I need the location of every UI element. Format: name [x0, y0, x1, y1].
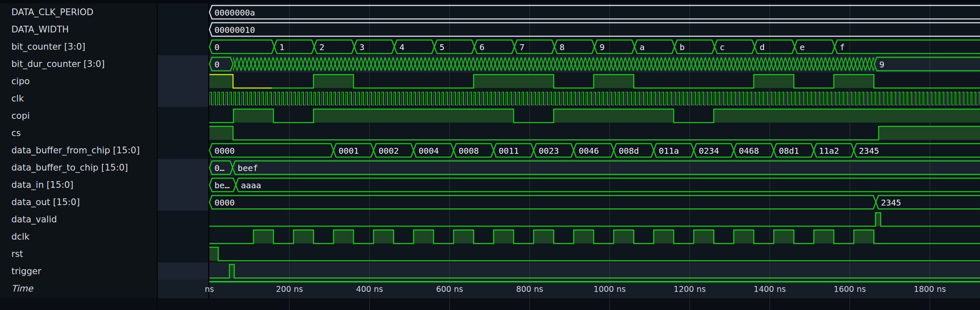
svg-text:0: 0 [214, 42, 220, 52]
svg-text:0002: 0002 [379, 146, 399, 156]
svg-text:0004: 0004 [419, 146, 439, 156]
svg-text:6: 6 [479, 42, 485, 52]
signal-name-cs[interactable]: cs [0, 124, 157, 142]
signal-name-data_valid[interactable]: data_valid [0, 211, 157, 228]
svg-text:7: 7 [519, 42, 525, 52]
value-column-highlight [158, 159, 209, 211]
svg-text:0: 0 [214, 59, 220, 69]
svg-text:0234: 0234 [699, 146, 719, 156]
signal-name-time[interactable]: Time [0, 280, 157, 297]
signal-name-trigger[interactable]: trigger [0, 262, 157, 280]
svg-text:0000: 0000 [214, 146, 235, 156]
svg-text:4: 4 [399, 42, 404, 52]
svg-text:2345: 2345 [859, 146, 879, 156]
signal-name-clk[interactable]: clk [0, 90, 157, 107]
svg-text:0001: 0001 [339, 146, 359, 156]
time-tick-label: ns [205, 284, 214, 294]
svg-text:a: a [640, 42, 645, 52]
svg-text:0011: 0011 [499, 146, 519, 156]
wave-cipo [209, 75, 980, 88]
svg-text:0…: 0… [214, 163, 225, 173]
svg-text:0000: 0000 [214, 198, 235, 208]
signal-name-copi[interactable]: copi [0, 107, 157, 124]
svg-text:08d1: 08d1 [779, 146, 799, 156]
svg-text:3: 3 [359, 42, 364, 52]
time-tick-label: 800 ns [516, 284, 543, 294]
svg-text:d: d [760, 42, 765, 52]
signal-name-rst[interactable]: rst [0, 245, 157, 262]
time-tick-label: 400 ns [356, 284, 383, 294]
svg-text:f: f [840, 42, 845, 52]
signal-name-data_buffer_from_chip[interactable]: data_buffer_from_chip [15:0] [0, 142, 157, 159]
wave-copi [209, 109, 980, 123]
time-tick-label: 1000 ns [594, 284, 626, 294]
signal-names-panel: DATA_CLK_PERIODDATA_WIDTHbit_counter [3:… [0, 0, 157, 310]
svg-text:008d: 008d [619, 146, 639, 156]
time-tick-label: 200 ns [276, 284, 303, 294]
svg-text:0046: 0046 [579, 146, 599, 156]
signal-name-data_out[interactable]: data_out [15:0] [0, 193, 157, 211]
svg-text:0008: 0008 [459, 146, 479, 156]
signal-name-data_width[interactable]: DATA_WIDTH [0, 21, 157, 38]
svg-text:11a2: 11a2 [819, 146, 839, 156]
panel-divider[interactable] [157, 0, 158, 310]
svg-text:e: e [800, 42, 805, 52]
wave-clk [209, 92, 980, 105]
value-column-highlight [158, 55, 209, 107]
time-tick-label: 1800 ns [914, 284, 946, 294]
svg-text:0000000a: 0000000a [214, 8, 255, 18]
svg-text:2: 2 [319, 42, 324, 52]
time-tick-label: 1600 ns [834, 284, 866, 294]
svg-text:2345: 2345 [881, 198, 901, 208]
svg-text:be…: be… [214, 180, 230, 190]
svg-text:5: 5 [439, 42, 444, 52]
time-tick-label: 1400 ns [754, 284, 786, 294]
signal-name-bit_counter[interactable]: bit_counter [3:0] [0, 38, 157, 55]
signal-name-data_clk_period[interactable]: DATA_CLK_PERIOD [0, 3, 157, 21]
svg-text:0023: 0023 [539, 146, 559, 156]
waveform-viewer-window: 0000000a000000100123456789abcdef09000000… [0, 0, 980, 310]
time-tick-label: 600 ns [436, 284, 463, 294]
signal-name-dclk[interactable]: dclk [0, 228, 157, 245]
signal-name-data_in[interactable]: data_in [15:0] [0, 176, 157, 193]
svg-text:011a: 011a [659, 146, 679, 156]
signal-name-data_buffer_to_chip[interactable]: data_buffer_to_chip [15:0] [0, 159, 157, 176]
svg-text:9: 9 [600, 42, 605, 52]
svg-text:0468: 0468 [739, 146, 759, 156]
wave-row-highlight [209, 262, 980, 280]
signal-name-bit_dur_counter[interactable]: bit_dur_counter [3:0] [0, 55, 157, 72]
svg-text:9: 9 [879, 59, 884, 69]
time-tick-label: 1200 ns [674, 284, 706, 294]
svg-text:b: b [680, 42, 685, 52]
svg-text:beef: beef [238, 163, 258, 173]
svg-text:c: c [720, 42, 725, 52]
svg-text:00000010: 00000010 [214, 25, 255, 35]
signal-name-cipo[interactable]: cipo [0, 72, 157, 90]
wave-bit_dur_counter: 09 [209, 57, 980, 71]
svg-text:1: 1 [279, 42, 284, 52]
svg-text:8: 8 [560, 42, 565, 52]
svg-text:aaaa: aaaa [241, 180, 261, 190]
